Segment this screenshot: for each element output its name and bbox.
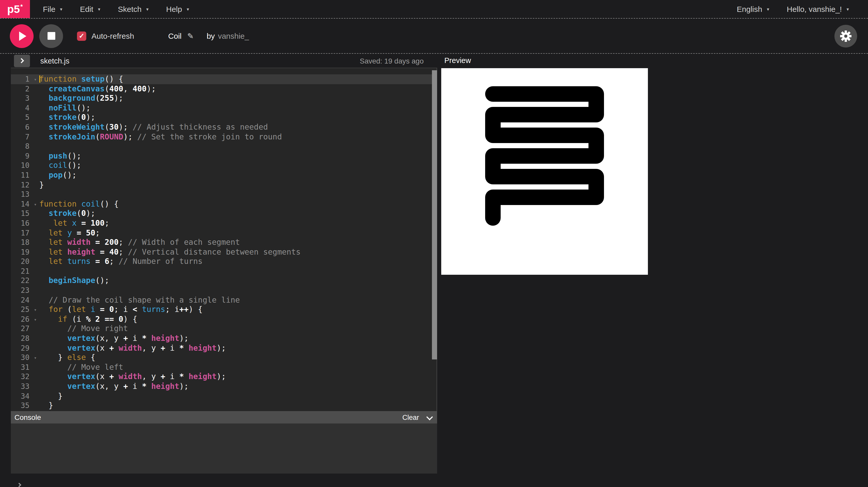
preview-title: Preview — [444, 56, 471, 65]
author-link[interactable]: vanshie_ — [218, 32, 249, 40]
code-line[interactable]: 26▾ if (i % 2 == 0) { — [11, 315, 437, 324]
code-line[interactable]: 17 let y = 50; — [11, 228, 437, 237]
clear-console-button[interactable]: Clear — [402, 413, 419, 421]
code-line[interactable]: 31 // Move left — [11, 362, 437, 372]
line-number: 25▾ — [11, 305, 36, 315]
line-number: 24 — [11, 295, 36, 305]
code-text — [36, 286, 39, 295]
code-line[interactable]: 33 vertex(x, y + i * height); — [11, 382, 437, 391]
play-icon — [16, 30, 27, 41]
code-line[interactable]: 5 stroke(0); — [11, 113, 437, 122]
code-text: beginShape(); — [36, 276, 109, 286]
file-tab-sketch-js[interactable]: sketch.js — [40, 57, 69, 65]
line-number: 12 — [11, 180, 36, 190]
code-text — [36, 190, 39, 199]
code-editor[interactable]: 1▾function setup() {2 createCanvas(400, … — [11, 68, 437, 411]
code-line[interactable]: 19 let height = 40; // Vertical distance… — [11, 247, 437, 257]
line-number: 27 — [11, 324, 36, 334]
code-line[interactable]: 9 push(); — [11, 151, 437, 161]
fold-arrow-icon[interactable]: ▾ — [34, 353, 37, 363]
play-button[interactable] — [10, 24, 34, 48]
code-line[interactable]: 23 — [11, 286, 437, 295]
menu-edit[interactable]: Edit▾ — [71, 5, 109, 13]
menu-label: Hello, vanshie_! — [786, 5, 842, 13]
code-line[interactable]: 20 let turns = 6; // Number of turns — [11, 257, 437, 266]
code-line[interactable]: 24 // Draw the coil shape with a single … — [11, 295, 437, 305]
sidebar-toggle-button[interactable] — [14, 55, 30, 67]
code-text: } — [36, 180, 44, 190]
auto-refresh-checkbox[interactable]: ✓ — [77, 31, 86, 40]
fold-arrow-icon[interactable]: ▾ — [34, 200, 37, 209]
chevron-down-icon: ▾ — [60, 6, 62, 12]
menu-file[interactable]: File▾ — [34, 5, 71, 13]
code-line[interactable]: 15 stroke(0); — [11, 209, 437, 219]
nav-right: English▾Hello, vanshie_!▾ — [728, 0, 858, 18]
code-line[interactable]: 4 noFill(); — [11, 103, 437, 113]
logo-asterisk: * — [21, 3, 23, 10]
code-text: vertex(x + width, y + i * height); — [36, 372, 226, 382]
code-text: coil(); — [36, 161, 82, 170]
menu-help[interactable]: Help▾ — [157, 5, 198, 13]
editor-panel: sketch.js Saved: 19 days ago 1▾function … — [11, 54, 437, 487]
code-line[interactable]: 2 createCanvas(400, 400); — [11, 84, 437, 94]
code-line[interactable]: 14▾function coil() { — [11, 199, 437, 208]
menu-label: Help — [166, 5, 182, 13]
fold-arrow-icon[interactable]: ▾ — [34, 305, 37, 315]
menu-sketch[interactable]: Sketch▾ — [109, 5, 157, 13]
code-line[interactable]: 13 — [11, 190, 437, 199]
code-line[interactable]: 25▾ for (let i = 0; i < turns; i++) { — [11, 305, 437, 315]
code-line[interactable]: 30▾ } else { — [11, 353, 437, 362]
code-line[interactable]: 11 pop(); — [11, 170, 437, 180]
code-line[interactable]: 27 // Move right — [11, 324, 437, 334]
code-lines: 1▾function setup() {2 createCanvas(400, … — [11, 74, 437, 411]
menu-language[interactable]: English▾ — [728, 5, 778, 13]
preview-panel: Preview — [441, 54, 648, 275]
code-text: vertex(x, y + i * height); — [36, 382, 189, 391]
code-line[interactable]: 12} — [11, 180, 437, 190]
code-line[interactable]: 29 vertex(x + width, y + i * height); — [11, 343, 437, 353]
p5-logo[interactable]: p5* — [0, 0, 30, 18]
code-line[interactable]: 10 coil(); — [11, 161, 437, 170]
code-line[interactable]: 22 beginShape(); — [11, 276, 437, 286]
chevron-down-icon: ▾ — [767, 6, 769, 12]
line-number: 26▾ — [11, 315, 36, 324]
byline: byvanshie_ — [207, 32, 249, 40]
logo-text: p5 — [7, 3, 20, 15]
line-number: 8 — [11, 141, 36, 151]
line-number: 30▾ — [11, 353, 36, 362]
line-number: 7 — [11, 132, 36, 141]
stop-button[interactable] — [39, 24, 63, 48]
settings-button[interactable] — [834, 25, 857, 47]
line-number: 13 — [11, 190, 36, 199]
console-collapse-button[interactable] — [427, 416, 432, 419]
fold-arrow-icon[interactable]: ▾ — [34, 315, 37, 325]
fold-arrow-icon[interactable]: ▾ — [34, 75, 37, 85]
code-line[interactable]: 1▾function setup() { — [11, 74, 437, 84]
code-line[interactable]: 8 — [11, 141, 437, 151]
menu-account[interactable]: Hello, vanshie_!▾ — [778, 5, 858, 13]
code-text: let y = 50; — [36, 228, 100, 237]
edit-sketch-name-icon[interactable]: ✎ — [187, 31, 194, 40]
console-prompt-toggle[interactable] — [19, 479, 437, 487]
code-line[interactable]: 6 strokeWeight(30); // Adjust thickness … — [11, 122, 437, 132]
preview-canvas-svg — [441, 68, 648, 275]
code-line[interactable]: 7 strokeJoin(ROUND); // Set the stroke j… — [11, 132, 437, 141]
code-line[interactable]: 28 vertex(x, y + i * height); — [11, 334, 437, 343]
code-line[interactable]: 32 vertex(x + width, y + i * height); — [11, 372, 437, 382]
scrollbar-thumb[interactable] — [432, 70, 437, 359]
code-line[interactable]: 18 let width = 200; // Width of each seg… — [11, 237, 437, 247]
code-line[interactable]: 35 } — [11, 401, 437, 410]
line-number: 34 — [11, 391, 36, 401]
code-line[interactable]: 21 — [11, 266, 437, 276]
menu-label: Edit — [80, 5, 93, 13]
code-text: let turns = 6; // Number of turns — [36, 257, 203, 266]
chevron-down-icon: ▾ — [187, 6, 189, 12]
file-header: sketch.js Saved: 19 days ago — [11, 54, 437, 68]
code-line[interactable]: 3 background(255); — [11, 94, 437, 103]
console-header: Console Clear — [11, 411, 437, 423]
code-text: if (i % 2 == 0) { — [36, 315, 137, 324]
code-line[interactable]: 16 let x = 100; — [11, 219, 437, 228]
line-number: 32 — [11, 372, 36, 382]
code-line[interactable]: 34 } — [11, 391, 437, 401]
line-number: 19 — [11, 247, 36, 257]
